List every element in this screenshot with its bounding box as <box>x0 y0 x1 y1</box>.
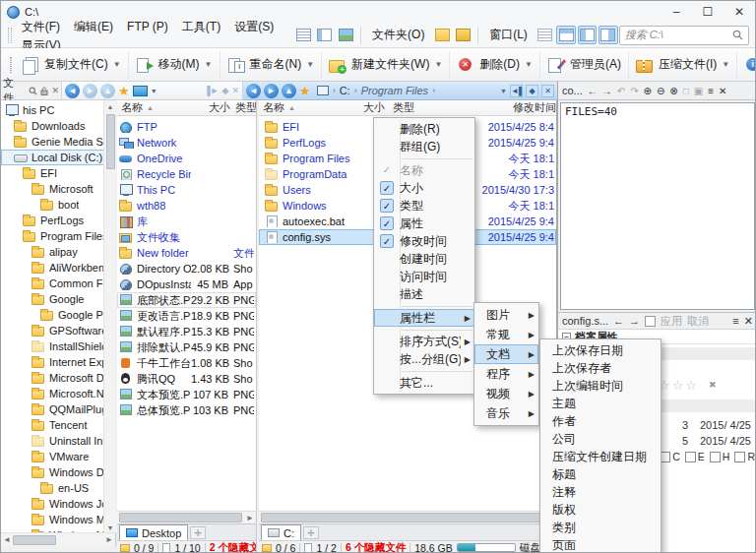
new-tab-button[interactable]: ✛ <box>190 526 206 539</box>
context-menu-item[interactable]: ✓ 大小 ▶ <box>374 179 474 197</box>
viewer-forward-icon[interactable]: → <box>602 86 612 96</box>
favorites-star-icon[interactable]: ★ <box>299 85 311 97</box>
tab-desktop[interactable]: Desktop <box>119 524 188 540</box>
context-menu-item[interactable]: ✓ 创建时间 ▶ <box>374 250 474 268</box>
column-size[interactable]: 大小 <box>193 100 230 115</box>
context-menu-item[interactable]: ✓ 属性栏 ▶ <box>374 309 474 327</box>
clear-rating-icon[interactable]: ✖ <box>709 380 717 390</box>
tree-item[interactable]: Google <box>1 291 115 307</box>
layout-dual-button[interactable] <box>556 26 575 44</box>
scroll-up-icon[interactable]: ▲ <box>104 100 116 113</box>
forward-icon[interactable]: ► <box>264 84 279 98</box>
star-icon[interactable]: ☆ <box>672 378 684 393</box>
file-row[interactable]: 排除默认.PNG 45.9 KB PNG <box>117 339 256 355</box>
submenu-item[interactable]: 常规 ▶ <box>474 325 538 344</box>
tree-item[interactable]: InstallShield <box>1 338 115 354</box>
right-horizontal-scrollbar[interactable]: ► <box>259 511 557 523</box>
file-row[interactable]: DOpusInstall.exe 45 MB App <box>117 276 256 292</box>
next-file-icon[interactable]: → <box>629 315 640 327</box>
layout-tree-button[interactable] <box>578 26 597 44</box>
file-row[interactable]: 千牛工作台 1.08 KB Sho <box>117 355 256 371</box>
chevron-down-icon[interactable]: ▼ <box>306 60 314 69</box>
minimize-button[interactable]: – <box>661 2 692 23</box>
toolbar-button[interactable]: 压缩文件(I)▼ <box>629 51 737 79</box>
search-box[interactable]: 搜索 C:\ <box>619 26 749 45</box>
file-row[interactable]: 总体预览.PNG 103 KB PNG <box>117 402 256 418</box>
tree-item[interactable]: EFI <box>1 165 115 181</box>
submenu-item[interactable]: 页面 <box>540 536 661 553</box>
column-type[interactable]: 类型 <box>230 100 256 115</box>
close-button[interactable]: ✕ <box>724 2 755 23</box>
submenu-item[interactable]: 上次保存日期 <box>540 341 661 359</box>
tree-item[interactable]: Downloads <box>1 118 115 134</box>
tree-item[interactable]: alipay <box>1 244 115 260</box>
file-row[interactable]: 更改语言.PNG 18.9 KB PNG <box>117 308 256 324</box>
context-menu-item[interactable]: ✓ 排序方式(S) ▶ <box>374 333 474 350</box>
tree-item[interactable]: Tencent <box>1 417 115 433</box>
scroll-right-icon[interactable]: ► <box>244 514 256 522</box>
close-tree-icon[interactable]: ✕ <box>51 86 59 95</box>
tree-item[interactable]: GPSoftware <box>1 323 115 338</box>
submenu-item[interactable]: 图片 ▶ <box>474 305 538 325</box>
submenu-item[interactable]: 上次保存者 <box>540 359 661 377</box>
tree-item[interactable]: boot <box>1 197 115 213</box>
tree-item[interactable]: Common Fi <box>1 276 115 291</box>
file-row[interactable]: Network <box>117 135 256 151</box>
view-details-button[interactable] <box>315 26 334 44</box>
layout-single-button[interactable] <box>536 26 554 44</box>
menu-item-window[interactable]: 窗口(L) <box>482 24 535 46</box>
viewer-content[interactable]: FILES=40 <box>560 102 755 310</box>
tree-item[interactable]: Microsoft D <box>1 370 115 386</box>
submenu-item[interactable]: 压缩文件创建日期 <box>540 448 661 465</box>
file-row[interactable]: New folder 文件 <box>117 245 256 261</box>
tree-item[interactable]: Program Files <box>1 228 115 244</box>
back-icon[interactable]: ◄ <box>65 84 80 98</box>
metadata-menu-icon[interactable]: ≡ <box>732 315 738 327</box>
file-row[interactable]: 文件收集 <box>117 229 256 245</box>
file-row[interactable]: 底部状态.PNG 29.2 KB PNG <box>117 292 256 308</box>
search-icon[interactable] <box>29 87 37 95</box>
submenu-item[interactable]: 标题 <box>540 465 661 483</box>
menu-item[interactable]: 文件(F) <box>15 17 67 36</box>
toolbar-button[interactable]: 删除(D)▼ <box>450 51 540 79</box>
column-name[interactable]: 名称▲ <box>259 100 347 115</box>
toolbar-button[interactable]: 新建文件夹(W)▼ <box>322 51 450 79</box>
file-row[interactable]: 腾讯QQ 1.43 KB Sho <box>117 371 256 387</box>
context-menu-item[interactable]: ✓ 删除(R) ▶ <box>374 120 474 138</box>
menu-item[interactable]: FTP (P) <box>120 17 175 36</box>
desktop-icon[interactable] <box>133 86 148 96</box>
file-row[interactable]: OneDrive <box>117 151 256 166</box>
scroll-right-icon[interactable]: ► <box>103 535 115 544</box>
metadata-close-icon[interactable]: ✕ <box>744 315 753 328</box>
chevron-down-icon[interactable]: ▼ <box>722 60 729 69</box>
apply-button[interactable]: 应用 <box>661 314 682 329</box>
context-menu-item[interactable]: ✓ 修改时间 ▶ <box>374 232 474 250</box>
attribute-checkbox-item[interactable]: H <box>710 451 730 462</box>
view-list-button[interactable] <box>294 26 313 44</box>
submenu-item[interactable]: 注释 <box>540 483 661 501</box>
attribute-checkbox-item[interactable]: R <box>734 451 755 462</box>
menu-item[interactable]: 编辑(E) <box>67 17 120 36</box>
toolbar-button[interactable]: 属性(R)▼ <box>737 51 756 79</box>
column-name[interactable]: 名称▲ <box>117 100 193 115</box>
scrollbar-thumb[interactable] <box>261 513 542 522</box>
cancel-button[interactable]: 取消 <box>687 314 709 329</box>
attribute-checkbox-item[interactable]: E <box>685 451 705 462</box>
up-icon[interactable]: ▲ <box>282 84 296 98</box>
context-menu-item[interactable]: ✓ 描述 ▶ <box>374 285 474 303</box>
full-size-icon[interactable]: ▣ <box>694 86 703 96</box>
toolbar-button[interactable]: 复制文件(C)▼ <box>15 51 129 79</box>
back-icon[interactable]: ◄ <box>246 84 261 98</box>
zoom-reset-icon[interactable]: ⊗ <box>669 86 677 96</box>
context-menu-item[interactable]: ✓ 名称 ▶ <box>374 161 474 179</box>
tree-item[interactable]: Google Pi <box>1 307 115 323</box>
layout-viewer-button[interactable] <box>598 26 617 44</box>
submenu-item[interactable]: 音乐 ▶ <box>474 403 538 423</box>
prev-file-icon[interactable]: ← <box>613 315 624 327</box>
context-menu-item[interactable]: ✓ 访问时间 ▶ <box>374 268 474 285</box>
submenu-item[interactable]: 作者 <box>540 412 661 430</box>
tab-drive-c[interactable]: C: <box>261 524 301 540</box>
menu-item[interactable]: 工具(T) <box>175 17 227 36</box>
forward-icon[interactable]: ► <box>83 84 97 98</box>
star-icon[interactable]: ☆ <box>685 378 697 393</box>
